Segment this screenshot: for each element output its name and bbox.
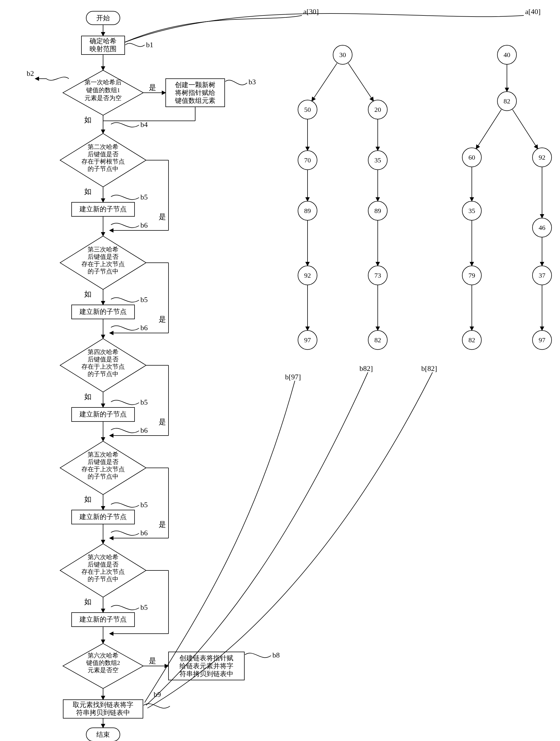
svg-text:键值的数组2: 键值的数组2 — [86, 659, 120, 666]
svg-text:建立新的子节点: 建立新的子节点 — [79, 205, 127, 213]
svg-text:后键值是否: 后键值是否 — [88, 151, 118, 158]
svg-text:第五次哈希: 第五次哈希 — [88, 451, 118, 458]
svg-text:是: 是 — [159, 315, 166, 323]
svg-text:后键值是否: 后键值是否 — [88, 356, 118, 363]
label-a30: a[30] — [303, 8, 319, 16]
svg-text:第六次哈希: 第六次哈希 — [88, 553, 118, 560]
trees: a[30] a[40] 30 50 20 70 35 89 89 92 — [125, 8, 552, 708]
annot-b1: b1 — [146, 41, 153, 49]
svg-text:第四次哈希: 第四次哈希 — [88, 348, 118, 355]
svg-text:b5: b5 — [141, 398, 148, 406]
svg-text:是: 是 — [159, 521, 166, 529]
tree-30: 30 50 20 70 35 89 89 92 73 97 82 — [298, 45, 387, 350]
svg-text:键值数组元素: 键值数组元素 — [175, 97, 216, 104]
svg-text:创建链表将指针赋: 创建链表将指针赋 — [179, 655, 233, 662]
svg-text:70: 70 — [304, 156, 311, 164]
svg-text:存在于上次节点: 存在于上次节点 — [81, 568, 125, 575]
svg-text:元素是否空: 元素是否空 — [88, 667, 118, 674]
svg-text:建立新的子节点: 建立新的子节点 — [79, 616, 127, 623]
svg-text:89: 89 — [374, 207, 381, 214]
svg-text:b5: b5 — [141, 295, 148, 304]
svg-text:取元素找到链表将字: 取元素找到链表将字 — [73, 701, 134, 709]
svg-text:是: 是 — [149, 657, 156, 665]
flowchart: 开始 确定哈希 映射范围 b1 b2 第一次哈希后 键值的数组1 元素是否为空 … — [27, 11, 280, 741]
svg-text:97: 97 — [539, 336, 545, 344]
svg-text:将树指针赋给: 将树指针赋给 — [175, 89, 216, 96]
svg-text:b6: b6 — [141, 221, 148, 229]
svg-text:60: 60 — [468, 154, 475, 161]
squiggle-b1 — [125, 43, 145, 47]
squiggle-b2 — [46, 77, 69, 80]
svg-text:89: 89 — [304, 207, 311, 214]
svg-text:50: 50 — [304, 106, 311, 113]
svg-text:符串拷贝到链表中: 符串拷贝到链表中 — [76, 709, 130, 716]
svg-text:b6: b6 — [141, 324, 148, 332]
svg-text:的子节点中: 的子节点中 — [88, 370, 118, 378]
svg-text:20: 20 — [374, 106, 381, 113]
svg-text:82: 82 — [468, 336, 475, 344]
b1-l1: 确定哈希 — [89, 38, 116, 45]
annot-b4: b4 — [141, 121, 148, 129]
annot-b2: b2 — [27, 69, 34, 78]
svg-line-101 — [348, 63, 374, 101]
svg-line-98 — [312, 63, 337, 101]
svg-text:存在于上次节点: 存在于上次节点 — [81, 363, 125, 370]
svg-text:第六次哈希: 第六次哈希 — [88, 652, 118, 659]
svg-text:结束: 结束 — [96, 731, 110, 738]
svg-text:79: 79 — [468, 272, 475, 279]
svg-text:40: 40 — [503, 51, 510, 58]
svg-text:的子节点中: 的子节点中 — [88, 473, 118, 480]
svg-text:73: 73 — [374, 272, 381, 279]
svg-text:建立新的子节点: 建立新的子节点 — [79, 513, 127, 521]
svg-text:如: 如 — [84, 495, 92, 503]
svg-text:b5: b5 — [141, 603, 148, 611]
svg-text:第二次哈希: 第二次哈希 — [88, 143, 118, 150]
svg-text:如: 如 — [84, 188, 92, 196]
svg-text:46: 46 — [539, 224, 545, 231]
yes-d1: 是 — [149, 83, 156, 91]
svg-text:创建一颗新树: 创建一颗新树 — [175, 81, 216, 88]
svg-text:存在于上次节点: 存在于上次节点 — [81, 261, 125, 268]
svg-text:后键值是否: 后键值是否 — [88, 561, 118, 568]
squiggle-b4 — [111, 123, 139, 127]
curve-to-a30 — [125, 15, 302, 42]
svg-text:b5: b5 — [141, 193, 148, 201]
svg-text:的子节点中: 的子节点中 — [88, 268, 118, 275]
tree-40: 40 82 60 92 35 46 79 37 82 97 — [462, 45, 552, 350]
svg-text:符串拷贝到链表中: 符串拷贝到链表中 — [179, 670, 233, 677]
svg-text:建立新的子节点: 建立新的子节点 — [79, 308, 127, 315]
svg-line-136 — [512, 110, 538, 149]
svg-text:92: 92 — [304, 272, 311, 279]
svg-text:35: 35 — [374, 156, 381, 164]
svg-text:如: 如 — [84, 598, 92, 606]
svg-text:82: 82 — [503, 97, 510, 105]
squiggle-b3 — [225, 80, 247, 85]
annot-b3: b3 — [249, 78, 256, 86]
svg-text:82: 82 — [374, 336, 381, 344]
svg-text:b6: b6 — [141, 529, 148, 537]
svg-text:的子节点中: 的子节点中 — [88, 576, 118, 583]
b1-l2: 映射范围 — [90, 45, 116, 53]
svg-text:30: 30 — [339, 51, 346, 58]
svg-text:的子节点中: 的子节点中 — [88, 165, 118, 172]
svg-text:后键值是否: 后键值是否 — [88, 253, 118, 260]
svg-text:b5: b5 — [141, 501, 148, 509]
svg-text:键值的数组1: 键值的数组1 — [86, 86, 120, 93]
svg-text:如: 如 — [84, 290, 92, 298]
label-a40: a[40] — [525, 8, 541, 16]
svg-text:b6: b6 — [141, 426, 148, 434]
label-b82b: b[82] — [421, 364, 437, 373]
svg-text:是: 是 — [159, 418, 166, 426]
svg-text:97: 97 — [304, 336, 311, 344]
svg-text:存在于树根节点: 存在于树根节点 — [81, 158, 125, 165]
svg-text:35: 35 — [468, 207, 475, 214]
svg-text:建立新的子节点: 建立新的子节点 — [79, 411, 127, 418]
svg-text:37: 37 — [539, 272, 545, 279]
svg-text:是: 是 — [159, 213, 166, 221]
svg-text:元素是否为空: 元素是否为空 — [85, 94, 122, 102]
squiggle-b5a — [111, 195, 139, 200]
svg-text:存在于上次节点: 存在于上次节点 — [81, 466, 125, 473]
label-b97: b[97] — [285, 373, 301, 381]
curve-to-a40 — [125, 13, 524, 42]
svg-text:第一次哈希后: 第一次哈希后 — [85, 79, 122, 86]
